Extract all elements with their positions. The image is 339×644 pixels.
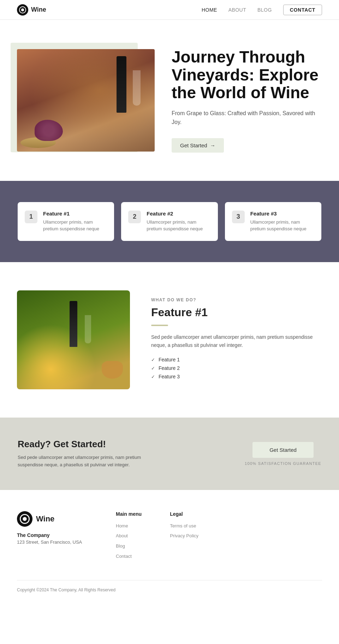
what-check-label-3: Feature 3 xyxy=(159,374,180,379)
hero-text: Journey Through Vineyards: Explore the W… xyxy=(172,48,322,153)
what-label: WHAT DO WE DO? xyxy=(151,297,322,302)
cta-guarantee: 100% SATISFACTION GUARANTEE xyxy=(245,461,321,466)
hero-title: Journey Through Vineyards: Explore the W… xyxy=(172,48,322,102)
feature-card-3: 3 Feature #3 Ullamcorper primis, nam pre… xyxy=(225,202,321,241)
navbar: Wine HOME ABOUT BLOG CONTACT xyxy=(0,0,339,20)
feature-title-1: Feature #1 xyxy=(43,211,107,217)
hero-cta-label: Get Started xyxy=(180,142,207,148)
what-title: Feature #1 xyxy=(151,306,322,319)
footer-link-contact[interactable]: Contact xyxy=(116,553,142,560)
footer-link-terms[interactable]: Terms of use xyxy=(170,522,198,530)
what-bottle xyxy=(70,301,77,347)
footer-brand: Wine The Company 123 Street, San Francis… xyxy=(17,511,88,563)
check-icon-1: ✓ xyxy=(151,357,155,362)
nav-home[interactable]: HOME xyxy=(202,7,217,13)
bottle-decoration xyxy=(117,56,126,113)
feature-title-2: Feature #2 xyxy=(147,211,210,217)
features-grid: 1 Feature #1 Ullamcorper primis, nam pre… xyxy=(18,202,321,241)
cta-title: Ready? Get Started! xyxy=(18,439,145,450)
what-checklist: ✓ Feature 1 ✓ Feature 2 ✓ Feature 3 xyxy=(151,357,322,379)
grapes-decoration xyxy=(35,120,63,141)
hero-subtitle: From Grape to Glass: Crafted with Passio… xyxy=(172,109,322,127)
what-check-2: ✓ Feature 2 xyxy=(151,365,322,371)
footer-main-menu: Main menu Home About Blog Contact xyxy=(116,511,142,563)
hero-image-wrap xyxy=(17,49,155,152)
feature-card-text-2: Feature #2 Ullamcorper primis, nam preti… xyxy=(147,211,210,232)
cta-section: Ready? Get Started! Sed pede ullamcorper… xyxy=(0,418,339,490)
check-icon-3: ✓ xyxy=(151,374,155,379)
features-band: 1 Feature #1 Ullamcorper primis, nam pre… xyxy=(0,181,339,262)
feature-card-1: 1 Feature #1 Ullamcorper primis, nam pre… xyxy=(18,202,114,241)
footer-legal-menu: Legal Terms of use Privacy Policy xyxy=(170,511,198,563)
what-divider xyxy=(151,325,168,326)
logo-text: Wine xyxy=(31,6,46,13)
what-desc: Sed pede ullamcorper amet ullamcorper pr… xyxy=(151,333,322,350)
cta-inner: Ready? Get Started! Sed pede ullamcorper… xyxy=(18,439,321,469)
feature-num-2: 2 xyxy=(128,211,141,223)
footer-link-about[interactable]: About xyxy=(116,532,142,540)
feature-desc-2: Ullamcorper primis, nam pretium suspendi… xyxy=(147,219,210,232)
logo[interactable]: Wine xyxy=(17,4,46,16)
footer-top: Wine The Company 123 Street, San Francis… xyxy=(17,511,321,563)
svg-point-3 xyxy=(23,517,26,521)
what-check-label-1: Feature 1 xyxy=(159,357,180,362)
feature-desc-1: Ullamcorper primis, nam pretium suspendi… xyxy=(43,219,107,232)
feature-card-2: 2 Feature #2 Ullamcorper primis, nam pre… xyxy=(121,202,218,241)
what-check-3: ✓ Feature 3 xyxy=(151,374,322,379)
logo-icon xyxy=(17,4,28,16)
what-glass xyxy=(85,315,91,343)
glass-decoration xyxy=(133,70,141,106)
hero-section: Journey Through Vineyards: Explore the W… xyxy=(0,20,339,181)
footer-link-privacy[interactable]: Privacy Policy xyxy=(170,532,198,540)
feature-card-text-3: Feature #3 Ullamcorper primis, nam preti… xyxy=(250,211,314,232)
hero-cta-button[interactable]: Get Started → xyxy=(172,138,224,153)
nav-links: HOME ABOUT BLOG CONTACT xyxy=(202,5,322,15)
what-section: WHAT DO WE DO? Feature #1 Sed pede ullam… xyxy=(0,262,339,418)
nav-contact-button[interactable]: CONTACT xyxy=(283,5,322,15)
footer-main-menu-label: Main menu xyxy=(116,511,142,517)
footer-logo-icon xyxy=(17,511,32,527)
svg-point-1 xyxy=(21,8,24,11)
cta-button[interactable]: Get Started xyxy=(252,442,314,458)
footer-logo: Wine xyxy=(17,511,88,527)
nav-about[interactable]: ABOUT xyxy=(228,7,246,13)
footer-legal-label: Legal xyxy=(170,511,198,517)
hero-cta-arrow: → xyxy=(210,142,215,148)
what-basket xyxy=(102,361,123,379)
what-check-label-2: Feature 2 xyxy=(159,365,180,371)
cta-right: Get Started 100% SATISFACTION GUARANTEE xyxy=(245,442,321,466)
feature-num-3: 3 xyxy=(232,211,245,223)
what-text: WHAT DO WE DO? Feature #1 Sed pede ullam… xyxy=(151,297,322,383)
what-check-1: ✓ Feature 1 xyxy=(151,357,322,362)
what-image-inner xyxy=(17,290,130,389)
feature-title-3: Feature #3 xyxy=(250,211,314,217)
feature-num-1: 1 xyxy=(25,211,37,223)
hero-image xyxy=(17,49,155,152)
what-image xyxy=(17,290,130,389)
footer-company: The Company xyxy=(17,532,88,538)
footer-copy: Copyright ©2024 The Company, All Rights … xyxy=(17,587,322,592)
footer-link-home[interactable]: Home xyxy=(116,522,142,530)
cta-desc: Sed pede ullamcorper amet ullamcorper pr… xyxy=(18,454,145,469)
footer-address: 123 Street, San Francisco, USA xyxy=(17,539,88,545)
footer-link-blog[interactable]: Blog xyxy=(116,543,142,550)
nav-blog[interactable]: BLOG xyxy=(257,7,272,13)
check-icon-2: ✓ xyxy=(151,366,155,371)
hero-image-inner xyxy=(17,49,155,152)
cta-left: Ready? Get Started! Sed pede ullamcorper… xyxy=(18,439,145,469)
footer: Wine The Company 123 Street, San Francis… xyxy=(0,490,339,603)
feature-card-text-1: Feature #1 Ullamcorper primis, nam preti… xyxy=(43,211,107,232)
feature-desc-3: Ullamcorper primis, nam pretium suspendi… xyxy=(250,219,314,232)
footer-divider xyxy=(17,580,322,580)
footer-logo-text: Wine xyxy=(36,514,54,524)
